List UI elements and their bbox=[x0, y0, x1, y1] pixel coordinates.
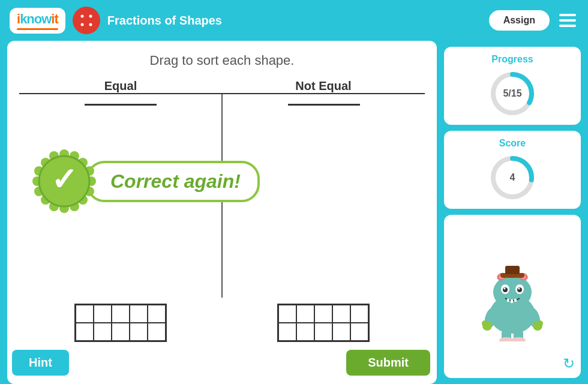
menu-button[interactable] bbox=[557, 11, 578, 29]
svg-point-0 bbox=[78, 12, 95, 29]
character-svg bbox=[470, 251, 554, 341]
shape-equal[interactable] bbox=[19, 304, 222, 342]
progress-ring: 5/15 bbox=[488, 70, 536, 118]
badge-svg: ✓ bbox=[31, 148, 97, 214]
score-ring: 4 bbox=[488, 154, 536, 202]
submit-button[interactable]: Submit bbox=[346, 350, 430, 376]
svg-point-47 bbox=[482, 320, 488, 326]
svg-point-1 bbox=[80, 15, 83, 18]
nav-arrow[interactable]: ↻ bbox=[563, 355, 575, 372]
score-label: Score bbox=[499, 138, 526, 149]
score-value: 4 bbox=[510, 172, 515, 183]
logo[interactable]: iknowit bbox=[10, 8, 65, 34]
right-panel: Progress 5/15 Score 4 bbox=[444, 41, 581, 384]
svg-point-28 bbox=[493, 275, 532, 309]
correct-banner: ✓ Correct again! bbox=[31, 148, 413, 214]
col-not-equal-header: Not Equal bbox=[295, 79, 351, 92]
correct-badge: ✓ bbox=[31, 148, 97, 214]
drop-zone-not-equal[interactable] bbox=[288, 104, 360, 106]
svg-point-53 bbox=[511, 337, 526, 341]
subject-icon bbox=[73, 7, 100, 34]
svg-text:✓: ✓ bbox=[51, 162, 77, 197]
score-card: Score 4 bbox=[444, 131, 581, 209]
character-card: ↻ bbox=[444, 215, 581, 378]
correct-text: Correct again! bbox=[86, 161, 260, 202]
progress-card: Progress 5/15 bbox=[444, 47, 581, 125]
svg-rect-43 bbox=[505, 266, 520, 274]
hamburger-line-3 bbox=[559, 25, 576, 27]
bottom-bar: Hint Submit bbox=[7, 350, 435, 376]
lesson-title: Fractions of Shapes bbox=[107, 14, 482, 28]
hamburger-line-1 bbox=[559, 14, 576, 16]
instruction-text: Drag to sort each shape. bbox=[150, 53, 295, 68]
svg-point-49 bbox=[537, 320, 543, 326]
progress-value: 5/15 bbox=[503, 88, 521, 99]
progress-label: Progress bbox=[491, 54, 533, 65]
main-container: Drag to sort each shape. Equal Not Equal bbox=[7, 41, 581, 384]
svg-point-4 bbox=[89, 23, 92, 26]
assign-button[interactable]: Assign bbox=[489, 10, 550, 31]
svg-point-3 bbox=[80, 23, 83, 26]
correct-message: Correct again! bbox=[110, 170, 241, 192]
svg-point-34 bbox=[518, 288, 520, 290]
svg-rect-36 bbox=[511, 299, 513, 303]
svg-point-33 bbox=[504, 288, 506, 290]
left-panel: Drag to sort each shape. Equal Not Equal bbox=[7, 41, 437, 384]
svg-point-2 bbox=[89, 15, 92, 18]
drop-zone-equal[interactable] bbox=[85, 104, 157, 106]
dice-icon bbox=[77, 11, 96, 30]
svg-rect-37 bbox=[514, 299, 517, 302]
col-equal-header: Equal bbox=[104, 79, 137, 92]
logo-know: know bbox=[20, 11, 51, 26]
hamburger-line-2 bbox=[559, 19, 576, 22]
app-header: iknowit Fractions of Shapes Assign bbox=[0, 0, 588, 41]
logo-underline bbox=[17, 28, 58, 30]
logo-it: it bbox=[51, 11, 58, 26]
hint-button[interactable]: Hint bbox=[12, 350, 69, 376]
svg-rect-35 bbox=[507, 299, 509, 302]
grid-not-equal bbox=[277, 304, 370, 342]
shape-not-equal[interactable] bbox=[222, 304, 425, 342]
grid-equal bbox=[74, 304, 167, 342]
